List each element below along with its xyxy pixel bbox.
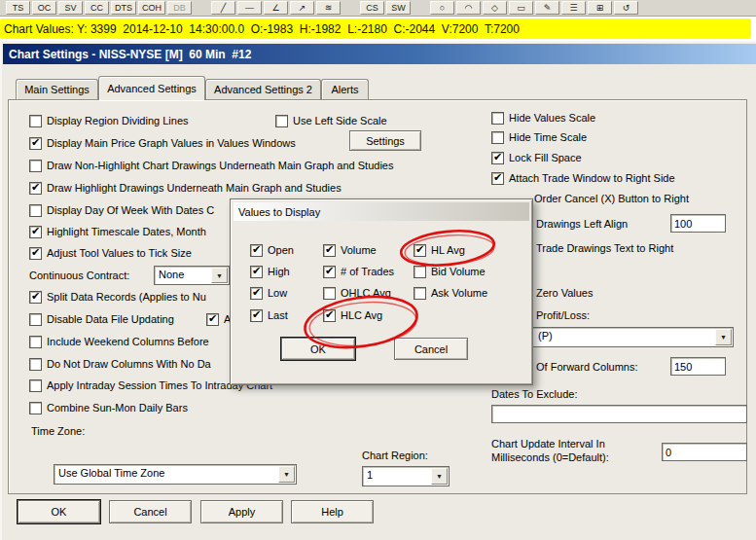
continuous-contract-select[interactable]: None ▼ — [154, 266, 230, 285]
toolbar-button-cc[interactable]: CC — [85, 1, 109, 15]
checkbox[interactable] — [29, 313, 42, 326]
checkbox[interactable] — [206, 313, 219, 326]
trendline-tool-icon[interactable]: ╱ — [211, 1, 235, 15]
toolbar-button-db[interactable]: DB — [167, 1, 192, 15]
checkbox[interactable] — [491, 152, 504, 164]
chevron-down-icon[interactable]: ▼ — [431, 468, 448, 485]
option-draw-highlight-drawings[interactable]: Draw Highlight Drawings Underneath Main … — [29, 181, 342, 195]
option-split-data-records[interactable]: Split Data Records (Applies to Nu — [29, 290, 206, 304]
checkbox[interactable] — [29, 379, 42, 392]
checkbox[interactable] — [414, 244, 426, 257]
dialog-titlebar[interactable]: Chart Settings - NISS-NYSE [M] 60 Min #1… — [3, 44, 756, 64]
checkbox[interactable] — [491, 112, 504, 125]
toolbar-button-cs[interactable]: CS — [360, 1, 384, 15]
option-ohlc-avg[interactable]: OHLC Avg — [323, 286, 391, 300]
option-hl-avg[interactable]: HL Avg — [414, 243, 465, 257]
option-bid-volume[interactable]: Bid Volume — [414, 265, 486, 278]
checkbox[interactable] — [250, 287, 263, 300]
option-display-main-price-graph-values[interactable]: Display Main Price Graph Values in Value… — [29, 136, 296, 150]
checkbox[interactable] — [414, 266, 426, 278]
checkbox[interactable] — [29, 402, 42, 414]
checkbox[interactable] — [275, 115, 288, 127]
tab-advanced-settings-2[interactable]: Advanced Settings 2 — [205, 79, 321, 99]
forward-columns-input[interactable] — [670, 357, 726, 376]
toolbar-button-sv[interactable]: SV — [58, 1, 83, 15]
toolbar-button-oc[interactable]: OC — [32, 1, 56, 15]
checkbox[interactable] — [29, 182, 42, 195]
rectangle-tool-icon[interactable]: ▭ — [509, 1, 533, 15]
checkbox[interactable] — [29, 160, 42, 172]
checkbox[interactable] — [29, 226, 42, 238]
help-button[interactable]: Help — [291, 500, 374, 523]
option-use-left-side-scale[interactable]: Use Left Side Scale — [275, 114, 387, 127]
option-hlc-avg[interactable]: HLC Avg — [323, 308, 382, 322]
option-volume[interactable]: Volume — [323, 243, 377, 257]
option-hide-time-scale[interactable]: Hide Time Scale — [491, 130, 587, 144]
option-num-of-trades[interactable]: # of Trades — [323, 265, 394, 278]
settings-button[interactable]: Settings — [349, 130, 421, 151]
tab-main-settings[interactable]: Main Settings — [16, 79, 98, 99]
checkbox[interactable] — [250, 266, 263, 278]
checkbox[interactable] — [29, 137, 42, 150]
update-interval-input[interactable] — [662, 443, 747, 461]
arc-tool-icon[interactable]: ◠ — [456, 1, 481, 15]
option-display-day-of-week[interactable]: Display Day Of Week With Dates C — [29, 203, 214, 217]
checkbox[interactable] — [323, 287, 336, 300]
checkbox[interactable] — [29, 336, 42, 348]
checkbox[interactable] — [29, 204, 42, 217]
option-draw-non-highlight-drawings[interactable]: Draw Non-Highlight Chart Drawings Undern… — [29, 159, 393, 172]
option-truncated-a[interactable]: A — [206, 312, 231, 326]
checkbox[interactable] — [323, 309, 336, 322]
checkbox[interactable] — [323, 266, 336, 278]
horizontal-line-tool-icon[interactable]: — — [237, 1, 262, 15]
checkbox[interactable] — [29, 291, 42, 304]
option-hide-values-scale[interactable]: Hide Values Scale — [491, 111, 595, 125]
checkbox[interactable] — [250, 244, 263, 257]
option-last[interactable]: Last — [250, 308, 288, 322]
option-attach-trade-window[interactable]: Attach Trade Window to Right Side — [491, 171, 675, 185]
checkbox[interactable] — [491, 172, 504, 185]
cancel-button[interactable]: Cancel — [109, 500, 192, 523]
option-highlight-timescale-dates[interactable]: Highlight Timescale Dates, Month — [29, 225, 206, 238]
pencil-tool-icon[interactable]: ✎ — [535, 1, 559, 15]
chart-region-select[interactable]: 1 ▼ — [362, 466, 450, 486]
toolbar-button-sw[interactable]: SW — [386, 1, 411, 15]
checkbox[interactable] — [29, 115, 42, 127]
undo-tool-icon[interactable]: ↺ — [614, 1, 638, 15]
option-display-region-dividing-lines[interactable]: Display Region Dividing Lines — [29, 114, 189, 127]
option-ask-volume[interactable]: Ask Volume — [414, 286, 487, 300]
arrow-tool-icon[interactable]: ↗ — [290, 1, 314, 15]
popup-cancel-button[interactable]: Cancel — [394, 338, 468, 360]
toolbar-button-ts[interactable]: TS — [6, 1, 30, 15]
option-high[interactable]: High — [250, 265, 290, 278]
popup-ok-button[interactable]: OK — [281, 338, 355, 360]
apply-button[interactable]: Apply — [200, 500, 283, 523]
angle-tool-icon[interactable]: ∠ — [264, 1, 288, 15]
dates-to-exclude-input[interactable] — [491, 405, 747, 423]
tab-advanced-settings[interactable]: Advanced Settings — [98, 76, 205, 100]
ellipse-tool-icon[interactable]: ○ — [430, 1, 454, 15]
checkbox[interactable] — [29, 247, 42, 260]
toolbar-button-dts[interactable]: DTS — [111, 1, 136, 15]
option-include-weekend-columns[interactable]: Include Weekend Columns Before — [29, 335, 209, 348]
toolbar-button-coh[interactable]: COH — [138, 1, 165, 15]
menu-tool-icon[interactable]: ☰ — [561, 1, 586, 15]
checkbox[interactable] — [250, 309, 263, 322]
option-combine-sun-mon-bars[interactable]: Combine Sun-Mon Daily Bars — [29, 401, 188, 414]
chevron-down-icon[interactable]: ▼ — [211, 268, 228, 283]
chevron-down-icon[interactable]: ▼ — [715, 329, 732, 345]
grid-tool-icon[interactable]: ⊞ — [588, 1, 612, 15]
chevron-down-icon[interactable]: ▼ — [278, 466, 295, 483]
ok-button[interactable]: OK — [18, 500, 100, 523]
drawings-left-align-input[interactable] — [670, 214, 726, 233]
checkbox[interactable] — [414, 287, 426, 300]
checkbox[interactable] — [323, 244, 336, 257]
time-zone-select[interactable]: Use Global Time Zone ▼ — [54, 464, 297, 485]
checkbox[interactable] — [29, 358, 42, 371]
tab-alerts[interactable]: Alerts — [321, 79, 369, 99]
option-disable-data-file-updating[interactable]: Disable Data File Updating — [29, 312, 174, 326]
wave-tool-icon[interactable]: ≋ — [316, 1, 341, 15]
diamond-tool-icon[interactable]: ◇ — [483, 1, 507, 15]
option-lock-fill-space[interactable]: Lock Fill Space — [491, 151, 582, 164]
checkbox[interactable] — [491, 131, 504, 144]
